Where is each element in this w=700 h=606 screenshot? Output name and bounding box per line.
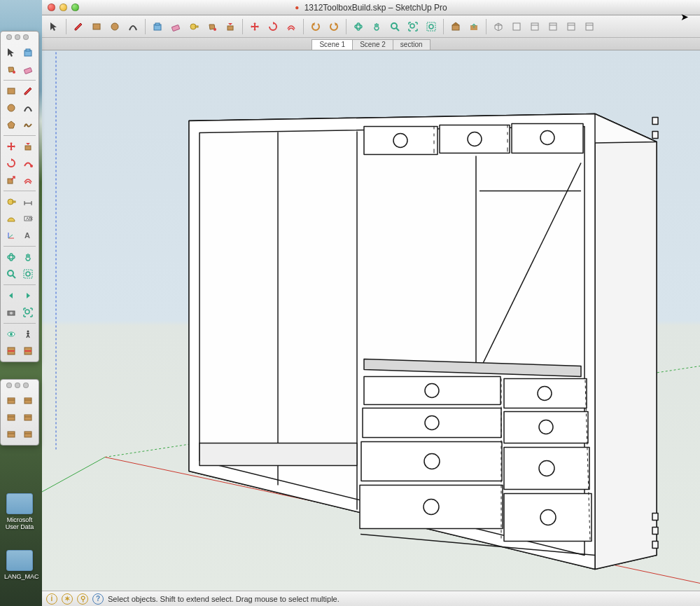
move-tool[interactable]: [4, 139, 19, 154]
desktop-folder[interactable]: Microsoft User Data: [4, 493, 35, 530]
status-message: Select objects. Shift to extend select. …: [108, 595, 340, 603]
arc-tool[interactable]: [125, 19, 141, 34]
svg-rect-66: [24, 398, 31, 404]
orbit-tool[interactable]: [4, 249, 19, 265]
share-model[interactable]: [466, 19, 482, 34]
outliner-5[interactable]: [4, 427, 19, 442]
component-tool[interactable]: [20, 45, 36, 60]
outliner-3[interactable]: [4, 410, 19, 425]
small-tool-palette[interactable]: [0, 379, 39, 446]
previous-view[interactable]: [4, 288, 19, 303]
circle-tool[interactable]: [4, 100, 19, 116]
view-iso[interactable]: [491, 19, 506, 34]
axes-tool[interactable]: [4, 228, 19, 243]
window-titlebar[interactable]: ● 1312ToolboxBuild.skp – SketchUp Pro: [42, 0, 700, 15]
status-icon[interactable]: i: [46, 593, 57, 605]
folder-icon: [6, 550, 33, 571]
view-top[interactable]: [509, 19, 524, 34]
outliner-2[interactable]: [20, 393, 36, 408]
paint-bucket-tool[interactable]: [4, 62, 19, 77]
tape-measure-tool[interactable]: [4, 194, 19, 209]
desktop-folder[interactable]: LANG_MAC: [4, 550, 35, 580]
scale-tool[interactable]: [4, 172, 19, 188]
scene-tab[interactable]: Scene 2: [352, 39, 393, 50]
circle-tool[interactable]: [107, 19, 122, 34]
rotate-tool[interactable]: [265, 19, 281, 34]
polygon-tool[interactable]: [4, 117, 19, 132]
palette-titlebar[interactable]: [4, 34, 36, 43]
eraser-tool[interactable]: [20, 62, 36, 77]
zoom-extents[interactable]: [405, 19, 421, 34]
scene-tab[interactable]: Scene 1: [312, 39, 353, 50]
palette-min-dot[interactable]: [15, 383, 20, 388]
palette-close-dot[interactable]: [6, 34, 12, 40]
status-icon[interactable]: ✶: [62, 593, 73, 605]
outliner-1[interactable]: [4, 393, 19, 408]
position-camera-tool[interactable]: [4, 305, 19, 320]
protractor-tool[interactable]: [4, 211, 19, 226]
palette-zoom-dot[interactable]: [23, 34, 29, 40]
next-view[interactable]: [20, 288, 36, 303]
rotate-tool[interactable]: [4, 156, 19, 171]
eraser-tool[interactable]: [168, 19, 183, 34]
walk-tool[interactable]: [20, 326, 36, 342]
line-tool[interactable]: [71, 19, 86, 34]
redo[interactable]: [326, 19, 342, 34]
zoom-window[interactable]: [424, 19, 439, 34]
view-left[interactable]: [582, 19, 597, 34]
minimize-button[interactable]: [59, 4, 67, 11]
palette-titlebar[interactable]: [4, 383, 36, 391]
look-around-tool[interactable]: [4, 326, 19, 342]
zoom-tool[interactable]: [387, 19, 402, 34]
zoom-window-tool[interactable]: [20, 266, 36, 282]
toolbar-separator: [346, 19, 346, 34]
zoom-button[interactable]: [71, 4, 79, 11]
select-tool[interactable]: [4, 45, 19, 60]
palette-min-dot[interactable]: [15, 34, 20, 40]
outliner-6[interactable]: [20, 427, 36, 442]
large-tool-palette[interactable]: ABCA: [0, 31, 39, 362]
select-tool[interactable]: [46, 19, 62, 34]
dimension-tool[interactable]: [20, 194, 36, 209]
freehand-tool[interactable]: [20, 117, 36, 132]
section-plane-tool[interactable]: [4, 343, 19, 359]
line-tool[interactable]: [20, 83, 36, 99]
3dtext-tool[interactable]: A: [20, 228, 36, 243]
view-back[interactable]: [564, 19, 579, 34]
undo[interactable]: [308, 19, 323, 34]
move-tool[interactable]: [247, 19, 262, 34]
zoom-extents-tool[interactable]: [20, 305, 36, 320]
rectangle-tool[interactable]: [89, 19, 104, 34]
zoom-tool[interactable]: [4, 266, 19, 282]
tape-measure-tool[interactable]: [186, 19, 202, 34]
status-icon[interactable]: ⚲: [77, 593, 88, 605]
arc-tool[interactable]: [20, 100, 36, 116]
pan-tool[interactable]: [20, 249, 36, 265]
view-front[interactable]: [527, 19, 542, 34]
followme-tool[interactable]: [20, 156, 36, 171]
make-component[interactable]: [150, 19, 165, 34]
pushpull-tool[interactable]: [20, 139, 36, 154]
orbit-tool[interactable]: [351, 19, 366, 34]
help-icon[interactable]: ?: [92, 593, 104, 605]
pan-tool[interactable]: [369, 19, 384, 34]
section-display[interactable]: [20, 343, 36, 359]
get-models[interactable]: [448, 19, 463, 34]
offset-tool[interactable]: [20, 172, 36, 188]
svg-rect-64: [8, 398, 15, 404]
close-button[interactable]: [48, 4, 55, 11]
svg-marker-81: [595, 114, 657, 570]
svg-rect-23: [568, 23, 575, 30]
text-tool[interactable]: ABC: [20, 211, 36, 226]
svg-rect-52: [24, 270, 32, 278]
offset-tool[interactable]: [284, 19, 299, 34]
rectangle-tool[interactable]: [4, 83, 19, 99]
outliner-4[interactable]: [20, 410, 36, 425]
scene-tab[interactable]: section: [393, 39, 430, 50]
paint-bucket-tool[interactable]: [204, 19, 220, 34]
model-viewport[interactable]: [42, 50, 700, 591]
palette-close-dot[interactable]: [6, 383, 12, 388]
view-right[interactable]: [545, 19, 561, 34]
palette-zoom-dot[interactable]: [23, 383, 29, 388]
pushpull-tool[interactable]: [223, 19, 238, 34]
